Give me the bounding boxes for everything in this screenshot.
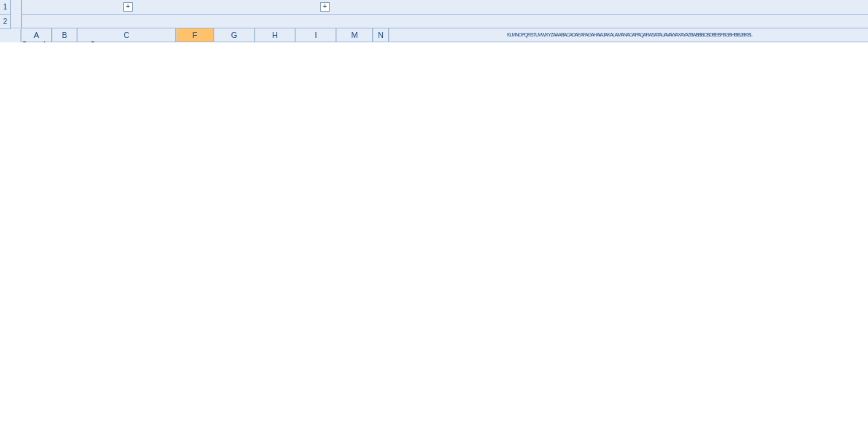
outline-expand-2[interactable]: + <box>320 2 330 12</box>
outline-expand-1[interactable]: + <box>123 2 133 12</box>
colhdr-rest[interactable]: KLMNOPQRSTUVWXYZAAABACADAEAFAGAHAIAJAKAL… <box>389 28 868 42</box>
project-title[interactable]: [Project Name] <box>21 41 313 42</box>
outline-level-2[interactable]: 2 <box>0 15 11 29</box>
row-headers: 1234567891011121314151617181920212223242… <box>0 41 21 42</box>
colhdr-H[interactable]: H <box>255 28 295 42</box>
spreadsheet: 1 2 + + A B C F G H I M N KLMNOPQRSTUVWX… <box>0 0 868 42</box>
colhdr-N[interactable]: N <box>373 28 389 42</box>
colhdr-G[interactable]: G <box>214 28 255 42</box>
colhdr-M[interactable]: M <box>336 28 373 42</box>
colhdr-F[interactable]: F <box>176 28 214 42</box>
outline-area: 1 2 + + <box>0 0 868 28</box>
rowhdr-1[interactable]: 1 <box>0 41 21 42</box>
outline-level-1[interactable]: 1 <box>0 0 11 15</box>
colhdr-I[interactable]: I <box>295 28 336 42</box>
